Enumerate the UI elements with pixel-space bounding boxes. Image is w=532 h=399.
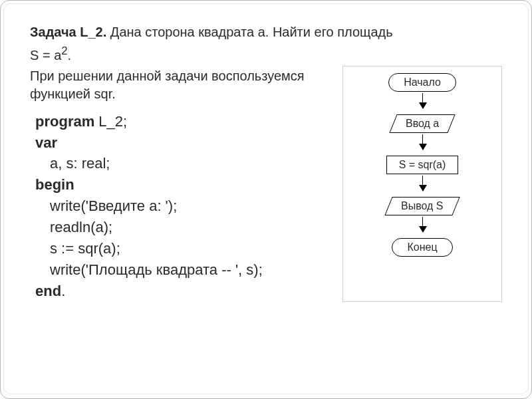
flowchart: Начало Ввод a S = sqr(a) Вывод S Конец (342, 66, 502, 302)
problem-formula-line: S = a2. (30, 44, 502, 65)
kw-begin: begin (35, 176, 74, 193)
code-block: program L_2; var a, s: real; begin write… (30, 111, 342, 302)
flowchart-start: Начало (388, 73, 456, 92)
code-line-1-rest: L_2; (94, 113, 127, 130)
problem-formula: S = a (30, 48, 61, 63)
code-line-3-text: a, s: real; (35, 153, 342, 174)
problem-statement: Дана сторона квадрата a. Найти его площа… (106, 25, 392, 39)
kw-end: end (35, 283, 61, 299)
problem-heading: Задача L_2. Дана сторона квадрата a. Най… (30, 23, 502, 41)
code-line-2: var (35, 132, 342, 154)
subtext-line2-bold: sqr (94, 86, 112, 101)
subtext-line2-prefix: функцией (30, 86, 94, 101)
content-row: program L_2; var a, s: real; begin write… (30, 111, 502, 302)
code-line-9-tail: . (61, 283, 65, 299)
flowchart-process: S = sqr(a) (386, 156, 459, 174)
code-line-8: write('Площадь квадрата -- ', s); (35, 259, 342, 281)
kw-var: var (35, 134, 57, 151)
kw-program: program (35, 113, 94, 130)
code-line-1: program L_2; (35, 111, 342, 132)
flowchart-output-label: Вывод S (401, 200, 444, 212)
code-line-9: end. (35, 281, 342, 302)
code-line-5: write('Введите a: '); (35, 196, 342, 217)
flowchart-input-label: Ввод a (406, 118, 439, 130)
code-line-7: s := sqr(a); (35, 238, 342, 259)
code-line-7-text: s := sqr(a); (35, 238, 342, 259)
flowchart-end: Конец (392, 238, 452, 257)
code-line-8-text: write('Площадь квадрата -- ', s); (35, 259, 342, 281)
slide-shadow (6, 392, 530, 398)
flowchart-input: Ввод a (389, 114, 456, 133)
code-line-5-text: write('Введите a: '); (35, 196, 342, 217)
problem-formula-sup: 2 (61, 45, 67, 57)
slide: Задача L_2. Дана сторона квадрата a. Най… (0, 0, 532, 399)
problem-formula-tail: . (68, 48, 72, 63)
flowchart-output: Вывод S (385, 197, 460, 215)
subtext-line2-tail: . (112, 86, 116, 101)
code-line-4: begin (35, 174, 342, 196)
code-line-6-text: readln(a); (35, 217, 342, 238)
code-line-3: a, s: real; (35, 153, 342, 174)
code-line-6: readln(a); (35, 217, 342, 238)
problem-label: Задача L_2. (30, 25, 106, 39)
